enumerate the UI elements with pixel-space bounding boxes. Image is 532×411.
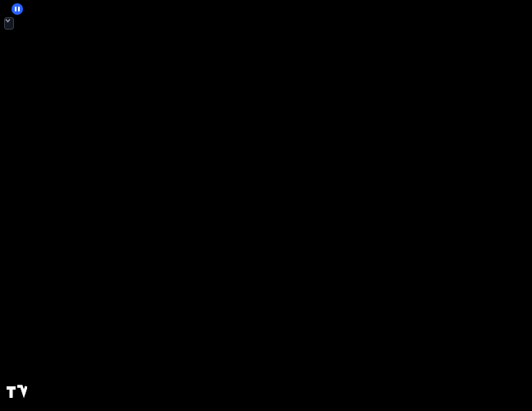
- chevron-down-icon: [5, 18, 11, 23]
- chart-legend: [7, 3, 23, 15]
- pause-icon[interactable]: [12, 3, 23, 15]
- collapsed-indicators-badge[interactable]: [4, 17, 14, 30]
- trading-app-window: [0, 0, 532, 411]
- chart-canvas[interactable]: [0, 0, 532, 411]
- tradingview-logo-icon[interactable]: [6, 385, 27, 399]
